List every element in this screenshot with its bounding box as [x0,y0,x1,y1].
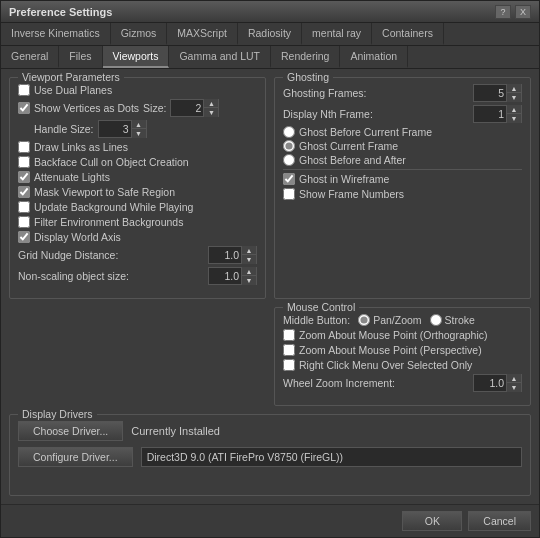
zoom-perspective-checkbox[interactable] [283,344,295,356]
size-down-btn[interactable]: ▼ [204,108,218,117]
zoom-ortho-row: Zoom About Mouse Point (Orthographic) [283,329,522,341]
ghost-after-current-label: Ghost Current Frame [299,140,398,152]
viewport-params-group: Viewport Parameters Use Dual Planes Show… [9,77,266,299]
help-button[interactable]: ? [495,5,511,19]
title-bar-controls: ? X [495,5,531,19]
stroke-radio[interactable] [430,314,442,326]
wheel-zoom-up-btn[interactable]: ▲ [507,374,521,383]
middle-button-label: Middle Button: [283,314,350,326]
grid-nudge-down-btn[interactable]: ▼ [242,255,256,264]
update-background-row: Update Background While Playing [18,201,257,213]
ok-button[interactable]: OK [402,511,462,531]
zoom-perspective-label: Zoom About Mouse Point (Perspective) [299,344,482,356]
close-button[interactable]: X [515,5,531,19]
ghost-before-after-label: Ghost Before and After [299,154,406,166]
ghosting-label: Ghosting [283,71,333,83]
tab-maxscript[interactable]: MAXScript [167,23,238,45]
handle-down-btn[interactable]: ▼ [132,129,146,138]
configure-driver-row: Configure Driver... [18,447,522,467]
draw-links-checkbox[interactable] [18,141,30,153]
ghost-wireframe-checkbox[interactable] [283,173,295,185]
update-background-checkbox[interactable] [18,201,30,213]
wheel-zoom-down-btn[interactable]: ▼ [507,383,521,392]
display-world-axis-checkbox[interactable] [18,231,30,243]
size-input[interactable] [171,102,203,114]
tabs-row-1: Inverse Kinematics Gizmos MAXScript Radi… [1,23,539,46]
tab-inverse-kinematics[interactable]: Inverse Kinematics [1,23,111,45]
configure-driver-button[interactable]: Configure Driver... [18,447,133,467]
ghost-wireframe-label: Ghost in Wireframe [299,173,389,185]
ghost-before-after-radio[interactable] [283,154,295,166]
grid-nudge-spinner[interactable]: ▲ ▼ [208,246,257,264]
display-nth-input[interactable] [474,108,506,120]
ghosting-frames-down-btn[interactable]: ▼ [507,93,521,102]
handle-up-btn[interactable]: ▲ [132,120,146,129]
ghost-before-after-row: Ghost Before and After [283,154,522,166]
choose-driver-row: Choose Driver... Currently Installed [18,421,522,441]
tab-radiosity[interactable]: Radiosity [238,23,302,45]
display-nth-down-btn[interactable]: ▼ [507,114,521,123]
installed-driver-field[interactable] [141,447,522,467]
filter-environment-row: Filter Environment Backgrounds [18,216,257,228]
choose-driver-button[interactable]: Choose Driver... [18,421,123,441]
viewport-params-label: Viewport Parameters [18,71,124,83]
zoom-ortho-checkbox[interactable] [283,329,295,341]
grid-nudge-up-btn[interactable]: ▲ [242,246,256,255]
ghosting-frames-input[interactable] [474,87,506,99]
right-click-menu-checkbox[interactable] [283,359,295,371]
ghost-before-current-radio[interactable] [283,126,295,138]
ghost-after-current-radio[interactable] [283,140,295,152]
cancel-button[interactable]: Cancel [468,511,531,531]
grid-nudge-input[interactable] [209,249,241,261]
display-nth-spinner[interactable]: ▲ ▼ [473,105,522,123]
wheel-zoom-spinner[interactable]: ▲ ▼ [473,374,522,392]
non-scaling-down-btn[interactable]: ▼ [242,276,256,285]
tab-general[interactable]: General [1,46,59,68]
zoom-ortho-label: Zoom About Mouse Point (Orthographic) [299,329,488,341]
ghosting-frames-spinner[interactable]: ▲ ▼ [473,84,522,102]
show-frame-numbers-checkbox[interactable] [283,188,295,200]
show-vertices-label: Show Vertices as Dots [34,102,139,114]
tab-gizmos[interactable]: Gizmos [111,23,168,45]
display-drivers-group: Display Drivers Choose Driver... Current… [9,414,531,496]
use-dual-planes-checkbox[interactable] [18,84,30,96]
display-nth-up-btn[interactable]: ▲ [507,105,521,114]
attenuate-lights-row: Attenuate Lights [18,171,257,183]
size-up-btn[interactable]: ▲ [204,99,218,108]
handle-size-input[interactable] [99,123,131,135]
size-spinner[interactable]: ▲ ▼ [170,99,219,117]
non-scaling-spinner[interactable]: ▲ ▼ [208,267,257,285]
zoom-perspective-row: Zoom About Mouse Point (Perspective) [283,344,522,356]
bottom-bar: OK Cancel [1,504,539,537]
tab-gamma-lut[interactable]: Gamma and LUT [169,46,271,68]
non-scaling-up-btn[interactable]: ▲ [242,267,256,276]
tab-files[interactable]: Files [59,46,102,68]
handle-spinner-btns: ▲ ▼ [131,120,146,138]
tab-viewports[interactable]: Viewports [103,46,170,68]
ghosting-frames-label: Ghosting Frames: [283,87,366,99]
tab-mental-ray[interactable]: mental ray [302,23,372,45]
filter-environment-checkbox[interactable] [18,216,30,228]
wheel-zoom-input[interactable] [474,377,506,389]
backface-cull-checkbox[interactable] [18,156,30,168]
grid-nudge-label: Grid Nudge Distance: [18,249,118,261]
window-title: Preference Settings [9,6,112,18]
mask-viewport-checkbox[interactable] [18,186,30,198]
attenuate-lights-checkbox[interactable] [18,171,30,183]
mouse-control-label: Mouse Control [283,301,359,313]
grid-nudge-btns: ▲ ▼ [241,246,256,264]
non-scaling-label: Non-scaling object size: [18,270,129,282]
mask-viewport-label: Mask Viewport to Safe Region [34,186,175,198]
ghosting-frames-up-btn[interactable]: ▲ [507,84,521,93]
tab-animation[interactable]: Animation [340,46,408,68]
tab-rendering[interactable]: Rendering [271,46,340,68]
ghost-before-current-row: Ghost Before Current Frame [283,126,522,138]
content-area: Viewport Parameters Use Dual Planes Show… [1,69,539,504]
show-vertices-checkbox[interactable] [18,102,30,114]
display-drivers-label: Display Drivers [18,408,97,420]
handle-size-spinner[interactable]: ▲ ▼ [98,120,147,138]
stroke-label: Stroke [445,314,475,326]
pan-zoom-radio[interactable] [358,314,370,326]
tab-containers[interactable]: Containers [372,23,444,45]
non-scaling-input[interactable] [209,270,241,282]
